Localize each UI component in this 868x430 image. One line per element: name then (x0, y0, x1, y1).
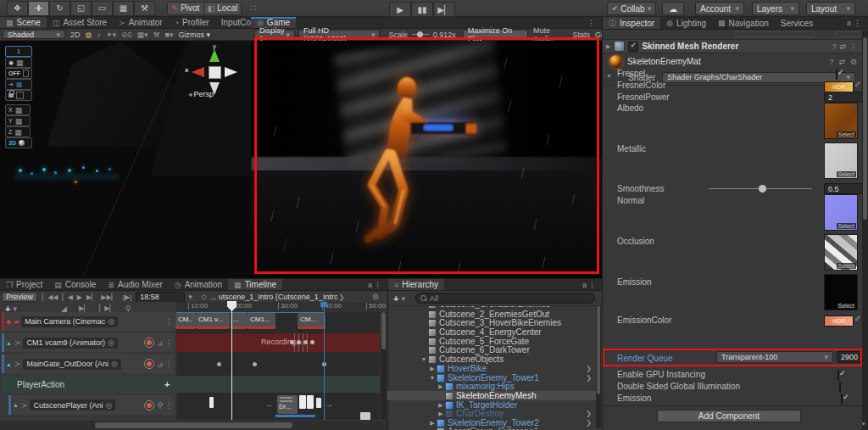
tab-navigation[interactable]: ▩Navigation (712, 17, 775, 29)
pause-button[interactable]: ▮▮ (411, 2, 433, 17)
display-dropdown[interactable]: Display 1▾ (254, 30, 295, 39)
custom-tool-icon[interactable]: ⚒ (134, 1, 155, 16)
timeline-clip[interactable]: CM.. (175, 313, 196, 329)
panel-menu-icon[interactable]: ⋮ (854, 19, 861, 27)
overlay-off-toggle[interactable]: OFF (5, 68, 32, 79)
tab-audio-mixer[interactable]: ≣Audio Mixer (102, 279, 168, 290)
tab-animation[interactable]: ◷Animation (169, 279, 228, 290)
overlay-lock-toggle[interactable] (5, 90, 32, 101)
clip-edit-mode-icon[interactable]: ▶▏ (79, 304, 89, 312)
gizmo-y-axis[interactable] (209, 49, 220, 62)
timeline-clip[interactable]: ... (231, 313, 248, 329)
mini-clip[interactable] (307, 395, 314, 409)
prefab-chevron-icon[interactable]: ❯ (586, 419, 592, 427)
timeline-zoom-handle[interactable] (360, 412, 370, 420)
hierarchy-row[interactable]: ▼CutsceneObjects (387, 355, 598, 364)
normal-texture[interactable]: Select (824, 194, 858, 231)
collab-dropdown[interactable]: ✔Collab▾ (607, 2, 656, 15)
timeline-clip[interactable]: CM1 v... (196, 313, 230, 329)
scale-slider[interactable] (412, 34, 429, 35)
local-toggle[interactable]: ◧Local (204, 2, 242, 15)
material-header[interactable]: SkeletonEnemyMat ? ⇄ ⚙ (603, 53, 862, 70)
smoothness-slider[interactable] (709, 188, 812, 189)
2d-toggle[interactable]: 2D (70, 31, 81, 39)
gizmo-x-axis[interactable] (192, 67, 204, 77)
scale-tool-icon[interactable]: ◱ (70, 1, 92, 16)
hierarchy-row[interactable]: ▶HoverBike❯ (387, 364, 598, 373)
hierarchy-row-selected[interactable]: SkeletonEnemyMesh (387, 391, 598, 400)
help-icon[interactable]: ? (829, 58, 833, 66)
hierarchy-row[interactable]: Cutscene_3_HoverBikeEnemies (387, 318, 598, 327)
gizmo-center[interactable] (209, 66, 221, 79)
preview-toggle[interactable]: Preview (2, 292, 37, 302)
scene-audio-icon[interactable]: ♪ (97, 31, 101, 39)
timeline-play-icon[interactable]: ▶ (77, 293, 82, 301)
dr-clip[interactable]: Dr... (277, 395, 298, 414)
scene-visibility-icon[interactable]: ⊘0 (121, 31, 132, 39)
hierarchy-row[interactable]: Cutscene_4_EnergyCenter (387, 327, 598, 337)
mini-clip[interactable] (209, 397, 214, 408)
mini-clip[interactable] (316, 398, 321, 408)
record-button[interactable] (144, 359, 154, 369)
occlusion-texture[interactable]: Select (824, 234, 858, 271)
track-cm1-vcam9[interactable]: ▲ ≻ CM1 vcam9 (Animator)◎ ◢ ⋮ (2, 333, 175, 352)
tab-inspector[interactable]: ⓘInspector (603, 17, 660, 29)
tab-services[interactable]: Services (775, 17, 819, 29)
tab-console[interactable]: ▤Console (48, 279, 102, 290)
timeline-settings-icon[interactable]: ⚙ (372, 293, 379, 301)
next-frame-icon[interactable]: ▶▏ (86, 293, 97, 301)
rect-tool-icon[interactable]: ▭ (92, 1, 113, 16)
emission-texture[interactable]: Select (824, 274, 858, 310)
track-main-camera[interactable]: ◆ ▰ Main Camera (Cinemac◎ ⋮ (2, 312, 175, 331)
preset-icon[interactable]: ⇄ (838, 58, 845, 66)
component-enabled-checkbox[interactable] (628, 42, 638, 52)
chevron-down-icon[interactable]: ▾ (401, 294, 405, 303)
create-button[interactable]: + (393, 293, 398, 304)
scene-camera-icon[interactable]: ■▾ (165, 31, 174, 39)
track-menu-icon[interactable]: ⋮ (165, 401, 173, 410)
mini-clip[interactable] (299, 395, 306, 409)
play-range-icon[interactable]: [▶] (123, 293, 132, 301)
game-viewport[interactable] (251, 41, 602, 278)
pivot-toggle[interactable]: ✎Pivot (167, 2, 204, 15)
panel-menu-icon[interactable]: ⋮ (587, 19, 595, 27)
timeline-clip[interactable]: CM1... (248, 313, 275, 329)
hierarchy-row[interactable]: ▶mixamorig:Hips (387, 382, 598, 391)
grid-snap-icon[interactable]: ∷ (250, 3, 256, 14)
tab-animator[interactable]: ≻Animator (113, 17, 169, 28)
resolution-dropdown[interactable]: Full HD (1920x1080)▾ (298, 30, 380, 39)
gear-icon[interactable]: ⚙ (850, 58, 857, 66)
overlay-y-grid-button[interactable]: Y▦ (5, 115, 31, 126)
scene-tools-icon[interactable]: ⚒ (153, 31, 160, 39)
overlay-z-grid-button[interactable]: Z▦ (5, 126, 31, 137)
component-menu-icon[interactable]: ⋮ (849, 42, 857, 51)
lock-icon[interactable]: a (847, 19, 851, 27)
account-dropdown[interactable]: Account▾ (695, 2, 744, 15)
recording-clip[interactable]: Recording... (176, 333, 380, 352)
overlay-3d-button[interactable]: 3D (5, 137, 32, 148)
hierarchy-scrollbar[interactable] (596, 293, 601, 428)
keyframe[interactable] (253, 362, 257, 366)
scroll-down-icon[interactable]: ▾ (862, 421, 865, 427)
layers-dropdown[interactable]: Layers▾ (752, 2, 799, 15)
emission-color-swatch[interactable]: HDR (824, 316, 854, 327)
pin-icon[interactable]: ⚲ (157, 401, 163, 410)
playhead-line[interactable] (231, 301, 232, 420)
tab-scene[interactable]: ▦Scene (0, 17, 47, 28)
tab-lighting[interactable]: ◍Lighting (660, 17, 712, 29)
rotate-tool-icon[interactable]: ↻ (49, 1, 70, 16)
track-cutsceneplayer[interactable]: ▲ ≻ CutscenePlayer (Ani◎ ⚲ ⋮ (8, 395, 175, 415)
panel-menu-icon[interactable]: ⋮ (374, 281, 381, 289)
tab-timeline[interactable]: ▦Timeline (228, 279, 282, 290)
track-maingate[interactable]: ▲ ≻ MainGate_OutDoor (Ani◎ ◢ ⋮ (2, 355, 175, 373)
pin-icon[interactable]: ⚲ (125, 304, 131, 313)
gizmos-dropdown[interactable]: Gizmos ▾ (179, 31, 211, 39)
overlay-x-grid-button[interactable]: X▦ (5, 104, 31, 115)
skinned-mesh-renderer-header[interactable]: ▶ Skinned Mesh Renderer ? ⇄ ⋮ (603, 39, 862, 53)
record-button[interactable] (144, 400, 154, 410)
gpu-instancing-checkbox[interactable] (837, 370, 839, 381)
lock-icon[interactable]: a (368, 281, 372, 289)
add-to-group-button[interactable]: + (164, 379, 170, 389)
gizmos-toggle-clipped[interactable]: Gi (595, 31, 602, 39)
tab-profiler[interactable]: ◔Profiler (169, 17, 215, 28)
